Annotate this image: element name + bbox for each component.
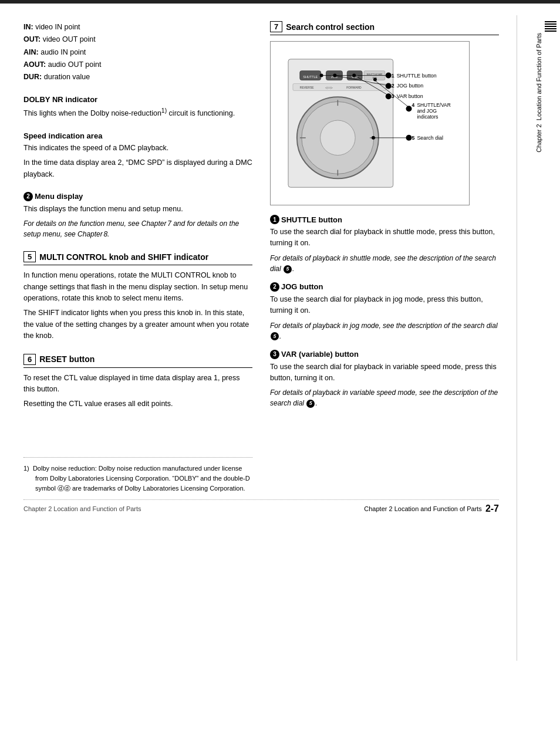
section7-heading: Search control section (286, 22, 375, 32)
svg-text:indicators: indicators (417, 114, 438, 120)
section6-heading: RESET button (39, 354, 95, 364)
svg-point-22 (320, 74, 323, 77)
right-sidebar: Chapter 2 Location and Function of Parts (517, 15, 560, 661)
svg-text:REVERSE: REVERSE (300, 86, 314, 89)
section7-number: 7 (270, 21, 282, 32)
sidebar-line-3 (545, 26, 556, 27)
svg-point-23 (386, 73, 392, 79)
shuttle-btn-heading: 1 SHUTTLE button (270, 215, 499, 224)
main-content: IN: video IN point OUT: video OUT point … (0, 15, 517, 661)
var-btn-italic: For details of playback in variable spee… (270, 387, 499, 408)
menu-display-heading: 2 Menu display (23, 192, 252, 201)
menu-display-italic: For details on the function menu, see Ch… (23, 218, 252, 239)
section5-heading: MULTI CONTROL knob and SHIFT indicator (39, 252, 208, 262)
dolby-nr-section: DOLBY NR indicator This lights when the … (23, 95, 252, 120)
badge-2: 2 (23, 192, 33, 201)
svg-text:◁ □ ▷: ◁ □ ▷ (325, 86, 333, 89)
var-btn-heading: 3 VAR (variable) button (270, 350, 499, 359)
svg-text:SHUTTLE/VAR: SHUTTLE/VAR (417, 102, 450, 108)
section6-number: 6 (23, 354, 36, 365)
svg-point-27 (333, 74, 336, 77)
badge-ref-shuttle: 5 (284, 265, 292, 273)
section7-title: 7 Search control section (270, 21, 499, 35)
svg-text:JOG button: JOG button (397, 83, 424, 89)
menu-display-label: Menu display (35, 192, 83, 201)
section5-number: 5 (23, 251, 36, 262)
section6-title: 6 RESET button (23, 354, 252, 368)
section6-text2: Resetting the CTL value erases all edit … (23, 398, 252, 410)
svg-text:FORWARD: FORWARD (346, 86, 362, 89)
term-in: IN: video IN point (23, 21, 252, 33)
footnote-area: 1) Dolby noise reduction: Dolby noise re… (23, 457, 252, 494)
svg-point-38 (406, 106, 412, 111)
jog-btn-text: To use the search dial for playback in j… (270, 294, 499, 317)
section5-title: 5 MULTI CONTROL knob and SHIFT indicator (23, 251, 252, 265)
badge-jog: 2 (270, 282, 279, 292)
badge-ref-var: 5 (306, 400, 315, 408)
var-btn-text: To use the search dial for playback in v… (270, 361, 499, 384)
badge-ref-jog: 5 (271, 332, 279, 340)
bottom-bar: Chapter 2 Location and Function of Parts… (23, 499, 499, 514)
svg-text:5: 5 (411, 135, 414, 141)
footnote-divider (23, 457, 252, 458)
term-aout: AOUT: audio OUT point (23, 59, 252, 71)
footnote-text: 1) Dolby noise reduction: Dolby noise re… (23, 464, 252, 494)
svg-point-16 (321, 120, 356, 156)
terms-list: IN: video IN point OUT: video OUT point … (23, 21, 252, 83)
sidebar-lines (545, 21, 556, 32)
search-control-diagram: SHUTTLE JOG VAR SHUTTLE (270, 41, 470, 205)
dolby-nr-heading: DOLBY NR indicator (23, 95, 252, 104)
section6-text1: To reset the CTL value displayed in time… (23, 373, 252, 396)
badge-shuttle: 1 (270, 215, 279, 224)
svg-point-32 (352, 74, 356, 77)
svg-point-45 (406, 135, 412, 141)
diagram-svg: SHUTTLE JOG VAR SHUTTLE (271, 42, 469, 205)
shuttle-btn-text: To use the search dial for playback in s… (270, 227, 499, 249)
section5-text1: In function menu operations, rotate the … (23, 270, 252, 304)
jog-btn-label: JOG button (281, 282, 323, 291)
section7-block: 7 Search control section (270, 21, 499, 408)
jog-btn-italic: For details of playback in jog mode, see… (270, 320, 499, 342)
svg-text:SHUTTLE button: SHUTTLE button (397, 73, 437, 79)
sidebar-line-1 (545, 21, 556, 22)
menu-display-text: This displays the function menu and setu… (23, 204, 252, 215)
sidebar-chapter-label: Chapter 2 Location and Function of Parts (535, 33, 542, 153)
jog-btn-heading: 2 JOG button (270, 282, 499, 292)
term-out: OUT: video OUT point (23, 33, 252, 46)
svg-text:Search dial: Search dial (417, 135, 443, 141)
section5-text2: The SHIFT indicator lights when you pres… (23, 307, 252, 342)
svg-text:SHUTTLE: SHUTTLE (303, 75, 318, 79)
speed-area-section: Speed indication area This indicates the… (23, 131, 252, 180)
speed-area-text2: In the time data display area 2, “DMC SP… (23, 157, 252, 180)
svg-text:and JOG: and JOG (417, 108, 437, 114)
term-dur: DUR: duration value (23, 71, 252, 83)
menu-display-section: 2 Menu display This displays the functio… (23, 192, 252, 239)
right-column: 7 Search control section (270, 21, 499, 494)
page-number: 2-7 (485, 503, 499, 514)
page-number-area: Chapter 2 Location and Function of Parts… (364, 503, 499, 514)
speed-area-heading: Speed indication area (23, 131, 252, 140)
badge-var: 3 (270, 350, 279, 359)
svg-text:SHUTTLE/VAR: SHUTTLE/VAR (366, 73, 382, 76)
chapter-label-bottom: Chapter 2 Location and Function of Parts (364, 505, 482, 512)
dolby-nr-text: This lights when the Dolby noise-reducti… (23, 106, 252, 120)
svg-text:4: 4 (411, 102, 414, 108)
section5-block: 5 MULTI CONTROL knob and SHIFT indicator… (23, 251, 252, 342)
svg-text:1: 1 (392, 73, 394, 79)
speed-area-text1: This indicates the speed of a DMC playba… (23, 143, 252, 154)
left-column: IN: video IN point OUT: video OUT point … (23, 21, 252, 494)
section6-block: 6 RESET button To reset the CTL value di… (23, 354, 252, 410)
sidebar-line-2 (545, 23, 556, 25)
sidebar-line-5 (545, 31, 556, 32)
shuttle-btn-label: SHUTTLE button (281, 215, 342, 224)
svg-point-28 (386, 83, 392, 89)
sidebar-line-4 (545, 28, 556, 29)
svg-point-33 (386, 93, 392, 99)
svg-point-44 (372, 136, 375, 140)
svg-text:2: 2 (392, 83, 394, 89)
term-ain: AIN: audio IN point (23, 46, 252, 59)
svg-text:VAR button: VAR button (397, 93, 423, 99)
svg-point-37 (373, 78, 377, 82)
shuttle-btn-italic: For details of playback in shuttle mode,… (270, 253, 499, 274)
var-btn-label: VAR (variable) button (281, 350, 359, 359)
